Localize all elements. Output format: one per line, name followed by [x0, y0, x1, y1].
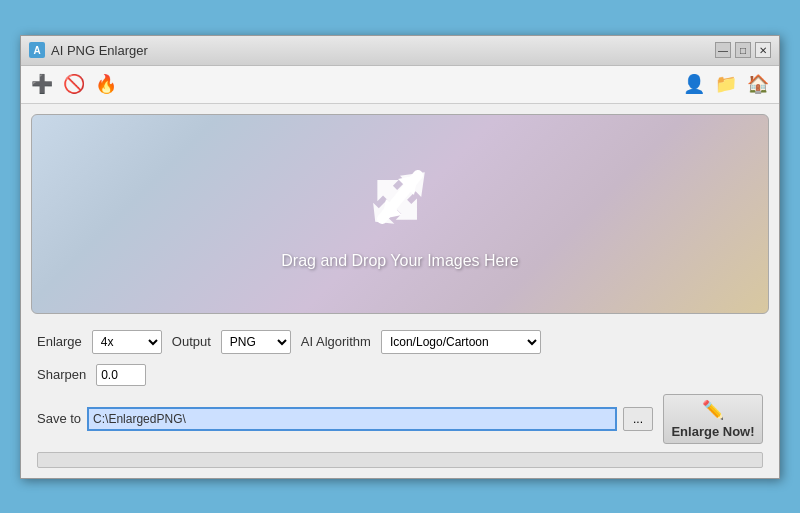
- sharpen-label: Sharpen: [37, 367, 86, 382]
- enlarge-select[interactable]: 1x 2x 4x 8x: [92, 330, 162, 354]
- close-button[interactable]: ✕: [755, 42, 771, 58]
- output-label: Output: [172, 334, 211, 349]
- sharpen-row: Sharpen: [21, 360, 779, 390]
- add-button[interactable]: ➕: [29, 71, 55, 97]
- output-select[interactable]: PNG JPG BMP: [221, 330, 291, 354]
- drop-zone[interactable]: Drag and Drop Your Images Here: [31, 114, 769, 314]
- enlarge-label: Enlarge: [37, 334, 82, 349]
- toolbar-right: 👤 📁 🏠: [681, 71, 771, 97]
- fire-button[interactable]: 🔥: [93, 71, 119, 97]
- window-title: AI PNG Enlarger: [51, 43, 148, 58]
- algorithm-select[interactable]: Icon/Logo/Cartoon Photo Text Anime: [381, 330, 541, 354]
- folder-button[interactable]: 📁: [713, 71, 739, 97]
- drop-zone-text: Drag and Drop Your Images Here: [281, 252, 518, 270]
- remove-button[interactable]: 🚫: [61, 71, 87, 97]
- progress-row: [21, 448, 779, 478]
- progress-bar-container: [37, 452, 763, 468]
- browse-button[interactable]: ...: [623, 407, 653, 431]
- minimize-button[interactable]: —: [715, 42, 731, 58]
- title-bar-left: A AI PNG Enlarger: [29, 42, 148, 58]
- enlarge-icon: ✏️: [702, 399, 724, 421]
- controls-row: Enlarge 1x 2x 4x 8x Output PNG JPG BMP A…: [21, 324, 779, 360]
- account-button[interactable]: 👤: [681, 71, 707, 97]
- sharpen-input[interactable]: [96, 364, 146, 386]
- toolbar-left: ➕ 🚫 🔥: [29, 71, 119, 97]
- app-icon: A: [29, 42, 45, 58]
- title-bar: A AI PNG Enlarger — □ ✕: [21, 36, 779, 66]
- drag-arrow-icon: [360, 157, 440, 237]
- maximize-button[interactable]: □: [735, 42, 751, 58]
- save-to-label: Save to: [37, 411, 81, 426]
- save-path-input[interactable]: [87, 407, 617, 431]
- enlarge-now-button[interactable]: ✏️ Enlarge Now!: [663, 394, 763, 444]
- enlarge-now-label: Enlarge Now!: [671, 424, 754, 439]
- toolbar: ➕ 🚫 🔥 👤 📁 🏠: [21, 66, 779, 104]
- algorithm-label: AI Algorithm: [301, 334, 371, 349]
- home-button[interactable]: 🏠: [745, 71, 771, 97]
- window-controls: — □ ✕: [715, 42, 771, 58]
- main-window: A AI PNG Enlarger — □ ✕ ➕ 🚫 🔥 👤 📁 🏠: [20, 35, 780, 479]
